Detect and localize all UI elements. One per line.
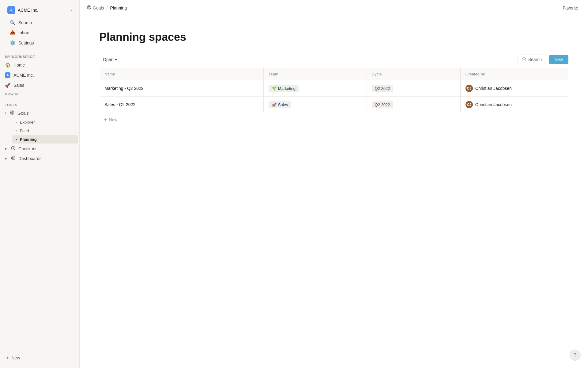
sales-icon: 🚀 xyxy=(5,82,10,88)
created-cell-0: CJ Christian Jacobsen xyxy=(466,85,563,92)
row-created-1: CJ Christian Jacobsen xyxy=(460,97,568,113)
sidebar-item-checkins-label: Check-ins xyxy=(18,146,37,151)
breadcrumb-goals-label: Goals xyxy=(93,6,104,10)
search-icon xyxy=(522,57,526,62)
table-row[interactable]: Marketing - Q2 2022 🌱 Marketing Q2 2022 … xyxy=(100,80,568,97)
dashboards-icon xyxy=(10,156,16,161)
col-header-name: Name xyxy=(100,68,264,80)
created-cell-1: CJ Christian Jacobsen xyxy=(466,101,563,108)
checkins-icon xyxy=(10,146,16,151)
search-button[interactable]: Search xyxy=(518,55,546,64)
search-icon: 🔍 xyxy=(10,20,15,25)
breadcrumb-separator: / xyxy=(107,6,108,10)
col-header-team: Team xyxy=(263,68,367,80)
row-cycle-1: Q2 2022 xyxy=(367,97,460,113)
favorite-button[interactable]: Favorite xyxy=(560,4,581,12)
settings-icon: ⚙️ xyxy=(10,40,15,46)
svg-point-2 xyxy=(12,112,13,113)
view-all-link[interactable]: View all xyxy=(0,90,79,99)
row-name-0: Marketing - Q2 2022 xyxy=(100,80,264,97)
goals-breadcrumb-icon xyxy=(87,5,91,10)
filter-open-button[interactable]: Open ▾ xyxy=(99,55,121,64)
planning-dot: ● xyxy=(16,138,17,141)
sidebar-item-dashboards[interactable]: ▶ Dashboards xyxy=(1,154,78,163)
acme-icon: A xyxy=(5,72,10,78)
sidebar-item-home[interactable]: 🏠 Home xyxy=(1,60,78,70)
planning-table: Name Team Cycle Created by Marketing - Q… xyxy=(99,68,568,113)
tools-section: ▾ Goals ● Explorer ● Feed ● Planning xyxy=(0,108,79,163)
main-content: Goals / Planning Favorite Planning space… xyxy=(80,0,588,368)
svg-point-6 xyxy=(13,158,13,158)
col-header-cycle: Cycle xyxy=(367,68,460,80)
new-bottom-button[interactable]: + New xyxy=(2,353,77,363)
col-header-created: Created by xyxy=(460,68,568,80)
sidebar-item-planning-label: Planning xyxy=(20,137,37,142)
sidebar-item-checkins[interactable]: ▶ Check-ins xyxy=(1,144,78,153)
sidebar-item-goals[interactable]: ▾ Goals xyxy=(1,108,78,118)
goals-sub-items: ● Explorer ● Feed ● Planning xyxy=(1,118,78,144)
row-team-0: 🌱 Marketing xyxy=(263,80,367,97)
row-cycle-0: Q2 2022 xyxy=(367,80,460,97)
sidebar-item-acme-label: ACME Inc. xyxy=(13,73,34,78)
page-content: Planning spaces Open ▾ Search New xyxy=(80,16,588,368)
new-row-button[interactable]: + New xyxy=(99,113,568,126)
team-emoji-0: 🌱 xyxy=(272,86,277,91)
workspace-chevron-icon: ▾ xyxy=(70,9,72,12)
team-badge-1: 🚀 Sales xyxy=(269,101,291,108)
table-row[interactable]: Sales - Q2 2022 🚀 Sales Q2 2022 CJ Chris… xyxy=(100,97,568,113)
help-button[interactable]: ? xyxy=(570,350,581,361)
avatar-0: CJ xyxy=(466,85,473,92)
topbar-right: Favorite xyxy=(560,4,581,12)
cycle-badge-1: Q2 2022 xyxy=(372,101,393,108)
sidebar-item-inbox-label: Inbox xyxy=(18,30,29,35)
row-name-1: Sales - Q2 2022 xyxy=(100,97,264,113)
breadcrumb-goals-link[interactable]: Goals xyxy=(87,5,104,10)
team-emoji-1: 🚀 xyxy=(272,102,277,107)
sidebar-item-search-label: Search xyxy=(18,20,32,25)
team-badge-0: 🌱 Marketing xyxy=(269,85,299,92)
breadcrumb: Goals / Planning xyxy=(87,5,127,10)
sidebar-item-planning[interactable]: ● Planning xyxy=(12,135,78,144)
created-by-name-0: Christian Jacobsen xyxy=(475,86,512,91)
avatar-1: CJ xyxy=(466,101,473,108)
sidebar-item-settings[interactable]: ⚙️ Settings xyxy=(6,38,73,48)
workspace-name: ACME Inc. xyxy=(18,8,68,13)
table-toolbar: Open ▾ Search New xyxy=(99,55,568,64)
sidebar-item-search[interactable]: 🔍 Search xyxy=(6,18,73,28)
sidebar-item-explorer[interactable]: ● Explorer xyxy=(12,118,78,126)
team-label-0: Marketing xyxy=(278,86,296,91)
search-button-label: Search xyxy=(528,57,542,62)
sidebar-item-explorer-label: Explorer xyxy=(20,120,35,125)
sidebar-item-sales[interactable]: 🚀 Sales xyxy=(1,80,78,90)
sidebar-bottom: + New xyxy=(0,350,79,368)
sidebar-item-dashboards-label: Dashboards xyxy=(18,156,42,161)
goals-chevron-icon: ▾ xyxy=(5,111,6,115)
new-bottom-label: New xyxy=(11,355,20,360)
inbox-icon: 📥 xyxy=(10,30,15,36)
toolbar-right: Search New xyxy=(518,55,568,64)
new-button[interactable]: New xyxy=(549,55,568,64)
checkins-chevron-icon: ▶ xyxy=(5,147,7,150)
tools-section-label: TOOLS xyxy=(0,99,79,108)
sidebar-item-feed-label: Feed xyxy=(20,128,29,133)
sidebar-item-settings-label: Settings xyxy=(18,40,34,45)
sidebar-item-home-label: Home xyxy=(13,63,25,67)
breadcrumb-current: Planning xyxy=(110,6,127,10)
filter-open-label: Open xyxy=(103,57,113,62)
workspace-header[interactable]: A ACME Inc. ▾ xyxy=(5,4,74,17)
created-by-name-1: Christian Jacobsen xyxy=(475,102,512,107)
workspace-items: 🏠 Home A ACME Inc. 🚀 Sales xyxy=(0,60,79,90)
explorer-dot: ● xyxy=(16,121,17,124)
sidebar-item-acme[interactable]: A ACME Inc. xyxy=(1,70,78,80)
topbar: Goals / Planning Favorite xyxy=(80,0,588,16)
dashboards-chevron-icon: ▶ xyxy=(5,157,7,160)
row-created-0: CJ Christian Jacobsen xyxy=(460,80,568,97)
plus-icon: + xyxy=(6,355,9,361)
filter-chevron-icon: ▾ xyxy=(115,57,117,62)
home-icon: 🏠 xyxy=(5,62,10,68)
feed-dot: ● xyxy=(16,129,17,132)
my-workspace-section-label: MY WORKSPACE xyxy=(0,51,79,60)
sidebar-item-inbox[interactable]: 📥 Inbox xyxy=(6,28,73,38)
row-team-1: 🚀 Sales xyxy=(263,97,367,113)
sidebar-item-feed[interactable]: ● Feed xyxy=(12,127,78,135)
